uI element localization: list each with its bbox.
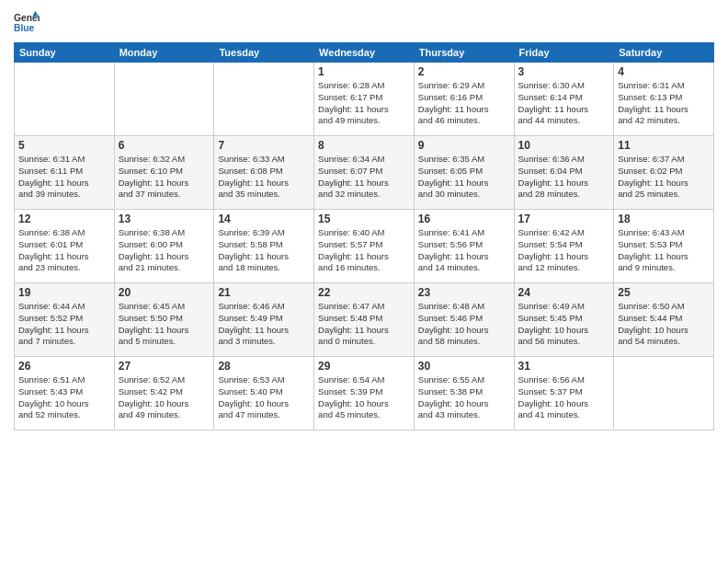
- day-info: Sunrise: 6:36 AM Sunset: 6:04 PM Dayligh…: [518, 154, 610, 201]
- weekday-header-monday: Monday: [114, 43, 214, 63]
- day-cell: 16Sunrise: 6:41 AM Sunset: 5:56 PM Dayli…: [414, 210, 514, 283]
- day-number: 26: [18, 360, 110, 373]
- day-number: 6: [119, 139, 210, 152]
- day-cell: 30Sunrise: 6:55 AM Sunset: 5:38 PM Dayli…: [414, 357, 514, 431]
- week-row-0: 1Sunrise: 6:28 AM Sunset: 6:17 PM Daylig…: [15, 63, 714, 136]
- day-number: 15: [318, 213, 410, 225]
- day-number: 29: [318, 360, 410, 373]
- page-header: General Blue: [14, 9, 714, 35]
- day-info: Sunrise: 6:50 AM Sunset: 5:44 PM Dayligh…: [618, 301, 710, 348]
- day-info: Sunrise: 6:31 AM Sunset: 6:13 PM Dayligh…: [618, 80, 710, 127]
- day-info: Sunrise: 6:28 AM Sunset: 6:17 PM Dayligh…: [318, 80, 410, 127]
- day-cell: 5Sunrise: 6:31 AM Sunset: 6:11 PM Daylig…: [15, 136, 115, 210]
- day-number: 3: [518, 65, 610, 78]
- day-info: Sunrise: 6:53 AM Sunset: 5:40 PM Dayligh…: [218, 374, 310, 421]
- day-info: Sunrise: 6:39 AM Sunset: 5:58 PM Dayligh…: [218, 227, 310, 274]
- day-cell: 12Sunrise: 6:38 AM Sunset: 6:01 PM Dayli…: [15, 210, 115, 283]
- day-number: 10: [518, 139, 610, 152]
- day-number: 16: [418, 213, 510, 225]
- day-info: Sunrise: 6:51 AM Sunset: 5:43 PM Dayligh…: [18, 374, 110, 421]
- day-cell: 23Sunrise: 6:48 AM Sunset: 5:46 PM Dayli…: [414, 283, 514, 357]
- logo: General Blue: [14, 9, 43, 35]
- day-cell: 25Sunrise: 6:50 AM Sunset: 5:44 PM Dayli…: [614, 283, 714, 357]
- day-cell: 15Sunrise: 6:40 AM Sunset: 5:57 PM Dayli…: [314, 210, 415, 283]
- day-number: 28: [218, 360, 310, 373]
- day-number: 12: [18, 213, 110, 225]
- weekday-header-wednesday: Wednesday: [314, 43, 415, 63]
- day-info: Sunrise: 6:52 AM Sunset: 5:42 PM Dayligh…: [119, 374, 210, 421]
- day-info: Sunrise: 6:45 AM Sunset: 5:50 PM Dayligh…: [119, 301, 210, 348]
- day-info: Sunrise: 6:54 AM Sunset: 5:39 PM Dayligh…: [318, 374, 410, 421]
- weekday-header-row: SundayMondayTuesdayWednesdayThursdayFrid…: [15, 43, 714, 63]
- day-cell: [214, 63, 314, 136]
- day-info: Sunrise: 6:43 AM Sunset: 5:53 PM Dayligh…: [618, 227, 710, 274]
- week-row-3: 19Sunrise: 6:44 AM Sunset: 5:52 PM Dayli…: [15, 283, 714, 357]
- day-cell: 2Sunrise: 6:29 AM Sunset: 6:16 PM Daylig…: [414, 63, 514, 136]
- day-info: Sunrise: 6:42 AM Sunset: 5:54 PM Dayligh…: [518, 227, 610, 274]
- day-cell: 17Sunrise: 6:42 AM Sunset: 5:54 PM Dayli…: [514, 210, 614, 283]
- day-info: Sunrise: 6:41 AM Sunset: 5:56 PM Dayligh…: [418, 227, 510, 274]
- day-info: Sunrise: 6:34 AM Sunset: 6:07 PM Dayligh…: [318, 154, 410, 201]
- day-number: 8: [318, 139, 410, 152]
- day-info: Sunrise: 6:32 AM Sunset: 6:10 PM Dayligh…: [119, 154, 210, 201]
- weekday-header-thursday: Thursday: [414, 43, 514, 63]
- day-info: Sunrise: 6:33 AM Sunset: 6:08 PM Dayligh…: [218, 154, 310, 201]
- day-cell: 3Sunrise: 6:30 AM Sunset: 6:14 PM Daylig…: [514, 63, 614, 136]
- day-number: 19: [18, 286, 110, 299]
- week-row-1: 5Sunrise: 6:31 AM Sunset: 6:11 PM Daylig…: [15, 136, 714, 210]
- day-info: Sunrise: 6:48 AM Sunset: 5:46 PM Dayligh…: [418, 301, 510, 348]
- day-number: 9: [418, 139, 510, 152]
- day-cell: 31Sunrise: 6:56 AM Sunset: 5:37 PM Dayli…: [514, 357, 614, 431]
- day-number: 5: [18, 139, 110, 152]
- day-cell: 19Sunrise: 6:44 AM Sunset: 5:52 PM Dayli…: [15, 283, 115, 357]
- day-number: 31: [518, 360, 610, 373]
- day-info: Sunrise: 6:31 AM Sunset: 6:11 PM Dayligh…: [18, 154, 110, 201]
- day-number: 27: [119, 360, 210, 373]
- day-number: 7: [218, 139, 310, 152]
- day-cell: [15, 63, 115, 136]
- weekday-header-tuesday: Tuesday: [214, 43, 314, 63]
- day-number: 13: [119, 213, 210, 225]
- page-container: General Blue SundayMondayTuesdayWednesda…: [0, 0, 728, 563]
- day-cell: 20Sunrise: 6:45 AM Sunset: 5:50 PM Dayli…: [114, 283, 214, 357]
- day-number: 18: [618, 213, 710, 225]
- day-info: Sunrise: 6:37 AM Sunset: 6:02 PM Dayligh…: [618, 154, 710, 201]
- day-number: 22: [318, 286, 410, 299]
- day-number: 1: [318, 65, 410, 78]
- day-number: 11: [618, 139, 710, 152]
- day-cell: 22Sunrise: 6:47 AM Sunset: 5:48 PM Dayli…: [314, 283, 415, 357]
- weekday-header-sunday: Sunday: [15, 43, 115, 63]
- week-row-4: 26Sunrise: 6:51 AM Sunset: 5:43 PM Dayli…: [15, 357, 714, 431]
- day-cell: 26Sunrise: 6:51 AM Sunset: 5:43 PM Dayli…: [15, 357, 115, 431]
- weekday-header-friday: Friday: [514, 43, 614, 63]
- day-cell: 11Sunrise: 6:37 AM Sunset: 6:02 PM Dayli…: [614, 136, 714, 210]
- day-cell: 29Sunrise: 6:54 AM Sunset: 5:39 PM Dayli…: [314, 357, 415, 431]
- logo-icon: General Blue: [14, 9, 40, 35]
- week-row-2: 12Sunrise: 6:38 AM Sunset: 6:01 PM Dayli…: [15, 210, 714, 283]
- day-cell: 24Sunrise: 6:49 AM Sunset: 5:45 PM Dayli…: [514, 283, 614, 357]
- day-info: Sunrise: 6:44 AM Sunset: 5:52 PM Dayligh…: [18, 301, 110, 348]
- day-cell: 7Sunrise: 6:33 AM Sunset: 6:08 PM Daylig…: [214, 136, 314, 210]
- day-cell: [614, 357, 714, 431]
- day-cell: 6Sunrise: 6:32 AM Sunset: 6:10 PM Daylig…: [114, 136, 214, 210]
- day-cell: 1Sunrise: 6:28 AM Sunset: 6:17 PM Daylig…: [314, 63, 415, 136]
- day-cell: 13Sunrise: 6:38 AM Sunset: 6:00 PM Dayli…: [114, 210, 214, 283]
- day-cell: 21Sunrise: 6:46 AM Sunset: 5:49 PM Dayli…: [214, 283, 314, 357]
- day-info: Sunrise: 6:38 AM Sunset: 6:00 PM Dayligh…: [119, 227, 210, 274]
- weekday-header-saturday: Saturday: [614, 43, 714, 63]
- day-info: Sunrise: 6:40 AM Sunset: 5:57 PM Dayligh…: [318, 227, 410, 274]
- day-info: Sunrise: 6:47 AM Sunset: 5:48 PM Dayligh…: [318, 301, 410, 348]
- day-info: Sunrise: 6:49 AM Sunset: 5:45 PM Dayligh…: [518, 301, 610, 348]
- day-cell: 18Sunrise: 6:43 AM Sunset: 5:53 PM Dayli…: [614, 210, 714, 283]
- day-info: Sunrise: 6:29 AM Sunset: 6:16 PM Dayligh…: [418, 80, 510, 127]
- day-cell: 9Sunrise: 6:35 AM Sunset: 6:05 PM Daylig…: [414, 136, 514, 210]
- svg-text:Blue: Blue: [14, 23, 35, 33]
- day-info: Sunrise: 6:56 AM Sunset: 5:37 PM Dayligh…: [518, 374, 610, 421]
- day-cell: 10Sunrise: 6:36 AM Sunset: 6:04 PM Dayli…: [514, 136, 614, 210]
- day-info: Sunrise: 6:46 AM Sunset: 5:49 PM Dayligh…: [218, 301, 310, 348]
- day-number: 24: [518, 286, 610, 299]
- day-cell: 4Sunrise: 6:31 AM Sunset: 6:13 PM Daylig…: [614, 63, 714, 136]
- day-info: Sunrise: 6:35 AM Sunset: 6:05 PM Dayligh…: [418, 154, 510, 201]
- day-info: Sunrise: 6:38 AM Sunset: 6:01 PM Dayligh…: [18, 227, 110, 274]
- calendar-table: SundayMondayTuesdayWednesdayThursdayFrid…: [14, 42, 714, 431]
